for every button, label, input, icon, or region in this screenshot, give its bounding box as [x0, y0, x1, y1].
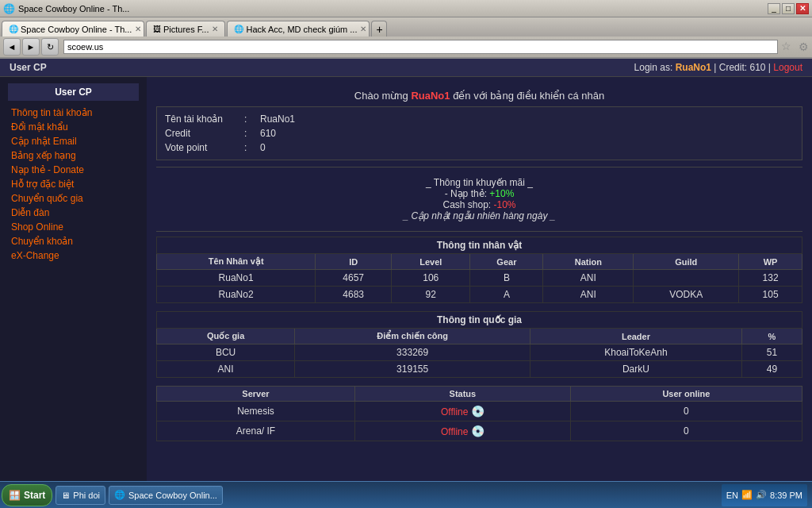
server-info-table: Server Status User online Nemesis Offlin… — [156, 386, 802, 441]
char-row-2-level: 92 — [392, 287, 470, 303]
server-arena-users: 0 — [570, 421, 802, 441]
char-row-1-name: RuaNo1 — [157, 270, 316, 287]
char-row-2-gear: A — [470, 287, 543, 303]
server-arena-name: Arena/ IF — [157, 421, 355, 441]
user-cp-link[interactable]: User CP — [10, 62, 47, 73]
tab-close-icon[interactable]: ✕ — [135, 25, 141, 33]
top-navigation-bar: User CP Login as: RuaNo1 | Credit: 610 |… — [0, 59, 812, 77]
char-row-1-level: 106 — [392, 270, 470, 287]
promo-section: _ Thông tin khuyến mãi _ - Nạp thẻ: +10%… — [156, 172, 802, 226]
server-row-arena: Arena/ IF Offline 💿 0 — [157, 421, 802, 441]
credit-value: 610 — [749, 62, 765, 73]
logout-link[interactable]: Logout — [773, 62, 802, 73]
label-credit: Credit — [165, 128, 244, 139]
nation-section-header: Thông tin quốc gia — [157, 312, 802, 329]
tab-pictures[interactable]: 🖼 Pictures F... ✕ — [146, 21, 225, 37]
server-col-server: Server — [157, 387, 355, 402]
browser-title: Space Cowboy Online - Th... — [18, 4, 768, 13]
nation-col-percent: % — [741, 329, 802, 344]
sidebar-item-change-password[interactable]: Đổi mật khẩu — [8, 120, 139, 134]
refresh-button[interactable]: ↻ — [41, 38, 59, 56]
volume-icon: 🔊 — [756, 490, 767, 500]
value-credit: 610 — [260, 128, 276, 139]
nation-bcu-leader: KhoaiToKeAnh — [530, 344, 742, 361]
address-input[interactable] — [63, 40, 778, 54]
char-col-gear: Gear — [470, 254, 543, 270]
minimize-button[interactable]: _ — [768, 3, 780, 14]
sidebar-item-exchange[interactable]: eX-Change — [8, 248, 139, 263]
system-tray: EN 📶 🔊 8:39 PM — [722, 484, 807, 506]
server-arena-icon: 💿 — [471, 425, 485, 437]
browser-favicon: 🌐 — [3, 3, 15, 14]
tab-favicon-2: 🖼 — [153, 25, 161, 33]
account-row-vote: Vote point : 0 — [165, 140, 794, 155]
tab-close-icon-3[interactable]: ✕ — [360, 25, 366, 33]
char-col-level: Level — [392, 254, 470, 270]
sidebar-header: User CP — [8, 83, 139, 101]
tab-hack[interactable]: 🌐 Hack Acc, MD check giúm ... ✕ — [227, 21, 370, 37]
character-section-header: Thông tin nhân vật — [157, 237, 802, 254]
sidebar-item-account-info[interactable]: Thông tin tài khoản — [8, 106, 139, 120]
char-row-2-nation: ANI — [543, 287, 634, 303]
tab-label: Space Cowboy Online - Th... — [21, 25, 132, 34]
server-col-status: Status — [354, 387, 570, 402]
login-info: Login as: RuaNo1 | Credit: 610 | Logout — [634, 62, 802, 73]
maximize-button[interactable]: □ — [782, 3, 795, 14]
sidebar: User CP Thông tin tài khoản Đổi mật khẩu… — [0, 77, 147, 481]
taskbar-item-space-cowboy[interactable]: 🌐 Space Cowboy Onlin... — [109, 486, 223, 505]
sidebar-item-shop-online[interactable]: Shop Online — [8, 220, 139, 234]
promo-daily-note: _ Cập nhật ngẫu nhiên hàng ngày _ — [156, 210, 802, 221]
sidebar-item-donate[interactable]: Nạp thẻ - Donate — [8, 163, 139, 177]
taskbar-space-cowboy-icon: 🌐 — [114, 490, 125, 500]
taskbar-phi-doi-icon: 🖥 — [61, 491, 70, 500]
value-username: RuaNo1 — [260, 114, 295, 125]
char-col-name: Tên Nhân vật — [157, 254, 316, 270]
character-info-table: Thông tin nhân vật Tên Nhân vật ID Level… — [156, 237, 802, 303]
server-col-users: User online — [570, 387, 802, 402]
server-nemesis-status: Offline 💿 — [354, 402, 570, 421]
nation-ani-points: 319155 — [295, 361, 530, 378]
nation-ani-leader: DarkU — [530, 361, 742, 378]
sidebar-item-transfer[interactable]: Chuyển khoản — [8, 234, 139, 248]
nation-bcu-name: BCU — [157, 344, 295, 361]
char-row-2: RuaNo2 4683 92 A ANI VODKA 105 — [157, 287, 802, 303]
forward-button[interactable]: ► — [22, 38, 40, 56]
server-nemesis-users: 0 — [570, 402, 802, 421]
welcome-message: Chào mừng RuaNo1 đến với bảng điều khiển… — [156, 83, 802, 106]
account-row-credit: Credit : 610 — [165, 126, 794, 140]
sidebar-item-ranking[interactable]: Bảng xếp hạng — [8, 148, 139, 163]
taskbar-item-phi-doi[interactable]: 🖥 Phi doi — [56, 486, 105, 505]
char-row-2-wp: 105 — [739, 287, 802, 303]
network-icon: 📶 — [741, 490, 753, 500]
star-icon[interactable]: ☆ — [781, 40, 795, 54]
nation-ani-name: ANI — [157, 361, 295, 378]
char-row-2-guild: VODKA — [634, 287, 739, 303]
nation-ani-percent: 49 — [741, 361, 802, 378]
server-row-nemesis: Nemesis Offline 💿 0 — [157, 402, 802, 421]
start-button[interactable]: 🪟 Start — [2, 484, 52, 506]
promo-title: _ Thông tin khuyến mãi _ — [156, 177, 802, 188]
sidebar-item-change-nation[interactable]: Chuyển quốc gia — [8, 191, 139, 206]
tools-icon[interactable]: ⚙ — [799, 40, 809, 53]
char-col-nation: Nation — [543, 254, 634, 270]
nation-row-bcu: BCU 333269 KhoaiToKeAnh 51 — [157, 344, 802, 361]
new-tab-button[interactable]: + — [371, 21, 387, 37]
char-row-1-guild — [634, 270, 739, 287]
char-row-1-wp: 132 — [739, 270, 802, 287]
back-button[interactable]: ◄ — [3, 38, 21, 56]
tab-close-icon-2[interactable]: ✕ — [212, 25, 218, 33]
promo-nap-the-value: +10% — [489, 188, 514, 199]
server-nemesis-name: Nemesis — [157, 402, 355, 421]
label-username: Tên tài khoản — [165, 114, 244, 125]
sidebar-item-special-support[interactable]: Hỗ trợ đặc biệt — [8, 177, 139, 191]
tab-favicon: 🌐 — [9, 25, 18, 33]
sidebar-item-update-email[interactable]: Cập nhật Email — [8, 134, 139, 148]
tab-space-cowboy[interactable]: 🌐 Space Cowboy Online - Th... ✕ — [2, 21, 144, 37]
promo-cash-shop-value: -10% — [494, 199, 516, 210]
sidebar-item-forum[interactable]: Diễn đàn — [8, 206, 139, 220]
tab-label-3: Hack Acc, MD check giúm ... — [246, 25, 357, 34]
divider-2 — [156, 231, 802, 232]
nation-bcu-points: 333269 — [295, 344, 530, 361]
logged-username: RuaNo1 — [676, 62, 711, 73]
close-button[interactable]: ✕ — [796, 3, 809, 14]
